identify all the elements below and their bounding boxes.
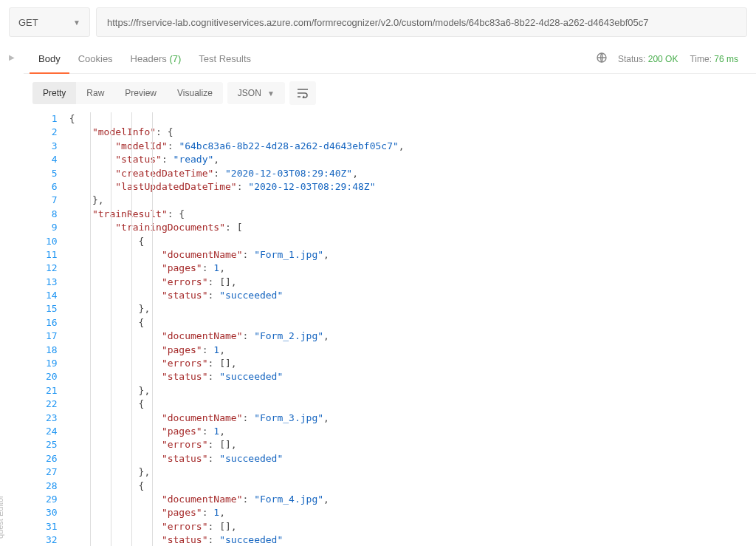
method-value: GET [18, 17, 38, 28]
chevron-down-icon: ▼ [73, 18, 80, 27]
preview-button[interactable]: Preview [114, 82, 167, 104]
body-toolbar: Pretty Raw Preview Visualize JSON ▼ [24, 74, 756, 112]
tab-cookies[interactable]: Cookies [69, 44, 122, 74]
method-select[interactable]: GET ▼ [9, 7, 90, 37]
tab-headers[interactable]: Headers (7) [122, 44, 190, 74]
pretty-button[interactable]: Pretty [32, 82, 76, 104]
tab-body[interactable]: Body [30, 44, 69, 74]
url-input[interactable] [96, 7, 747, 37]
time-block: Time: 76 ms [690, 54, 738, 64]
request-bar: GET ▼ [0, 0, 756, 44]
status-block: Status: 200 OK [618, 54, 678, 64]
side-panel-label: quest Editor [0, 495, 4, 539]
visualize-button[interactable]: Visualize [167, 82, 223, 104]
expand-caret-icon[interactable]: ▶ [0, 44, 24, 546]
response-body[interactable]: 1234567891011121314151617181920212223242… [24, 112, 756, 546]
globe-icon[interactable] [596, 52, 618, 66]
code-content: { "modelInfo": { "modelId": "64bc83a6-8b… [69, 112, 756, 546]
view-segment: Pretty Raw Preview Visualize [32, 82, 223, 104]
format-select[interactable]: JSON ▼ [227, 82, 285, 104]
chevron-down-icon: ▼ [267, 89, 275, 98]
raw-button[interactable]: Raw [76, 82, 114, 104]
tab-test-results[interactable]: Test Results [190, 44, 260, 74]
line-gutter: 1234567891011121314151617181920212223242… [46, 112, 69, 546]
wrap-lines-icon[interactable] [289, 81, 316, 105]
response-tabs: Body Cookies Headers (7) Test Results St… [24, 44, 756, 74]
